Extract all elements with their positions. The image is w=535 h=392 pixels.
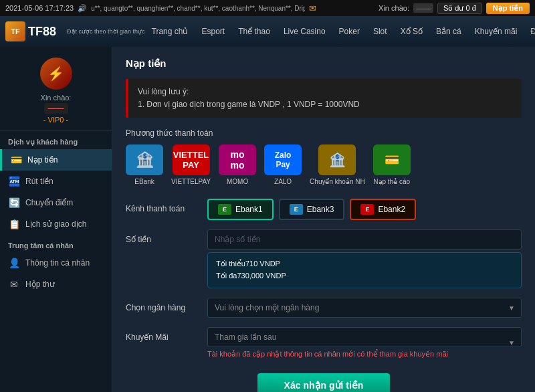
top-bar: 2021-05-06 17:17:23 🔊 u**, quangto**, qu… xyxy=(0,0,535,16)
sidebar-item-lich-su[interactable]: 📋 Lịch sử giao dịch xyxy=(0,213,112,235)
khuyen-mai-wrap: Tham gia lần sau ▼ Tài khoản đã cập nhật… xyxy=(207,327,522,359)
xin-chao-topbar-value: —— xyxy=(413,3,433,13)
so-du-button[interactable]: Số dư 0 đ xyxy=(437,3,482,14)
chon-ngan-hang-row: Chọn ngân hàng Vui lòng chọn một ngân hà… xyxy=(126,298,522,318)
ebank-icon: 🏦 xyxy=(126,144,163,175)
sidebar-item-nap-tien[interactable]: 💳 Nạp tiền xyxy=(0,149,112,171)
so-tien-label: Số tiền xyxy=(126,229,199,244)
so-tien-input-wrap: Tối thiểu710 VNDP Tối đa730,000 VNDP xyxy=(207,229,522,288)
sidebar-hop-thu-label: Hộp thư xyxy=(25,280,55,289)
main-nav: Trang chủ Esport Thể thao Live Casino Po… xyxy=(145,16,535,47)
payment-ebank[interactable]: 🏦 EBank xyxy=(126,144,163,185)
nap-tien-top-button[interactable]: Nạp tiền xyxy=(486,3,530,14)
khuyen-mai-row: Khuyến Mãi Tham gia lần sau ▼ Tài khoản … xyxy=(126,327,522,359)
sidebar-user: ⚡ Xin chào: —— - VIP0 - xyxy=(0,47,112,131)
kenh-thanh-toan-row: Kênh thanh toán E Ebank1 E Ebank3 E Eban… xyxy=(126,199,522,220)
nav-dai-ly[interactable]: Đại lý xyxy=(524,16,535,47)
nav-khuyen-mai[interactable]: Khuyến mãi xyxy=(468,16,524,47)
khuyen-mai-note: Tài khoản đã cập nhật thông tin cá nhân … xyxy=(207,350,522,359)
main-layout: ⚡ Xin chào: —— - VIP0 - Dịch vụ khách hà… xyxy=(0,47,535,392)
notice-box: Vui lòng lưu ý: 1. Đơn vị giao dịch tron… xyxy=(126,79,522,118)
nap-tien-icon: 💳 xyxy=(10,155,22,165)
thong-tin-icon: 👤 xyxy=(8,258,20,268)
sidebar-thong-tin-label: Thông tin cá nhân xyxy=(25,258,90,268)
sidebar-item-rut-tien[interactable]: 🏧 Rút tiền xyxy=(0,171,112,192)
submit-button[interactable]: Xác nhận gửi tiền xyxy=(257,373,391,392)
sidebar-xin-chao-label: Xin chào: xyxy=(41,94,72,102)
avatar: ⚡ xyxy=(40,58,72,90)
ebank1-icon: E xyxy=(218,204,231,215)
channel-ebank1-button[interactable]: E Ebank1 xyxy=(207,199,274,220)
sidebar-item-hop-thu[interactable]: ✉ Hộp thư xyxy=(0,274,112,295)
card-icon: 💳 xyxy=(373,144,411,175)
payment-momo[interactable]: momo MOMO xyxy=(219,144,256,185)
payment-card[interactable]: 💳 Nạp thẻ cào xyxy=(373,144,411,185)
page-title: Nạp tiền xyxy=(126,58,522,70)
payment-bank[interactable]: 🏦 Chuyển khoản NH xyxy=(310,144,365,185)
ebank1-label: Ebank1 xyxy=(235,205,263,214)
amount-tooltip: Tối thiểu710 VNDP Tối đa730,000 VNDP xyxy=(207,252,522,288)
channel-buttons: E Ebank1 E Ebank3 E Ebank2 xyxy=(207,199,416,220)
momo-label: MOMO xyxy=(227,178,248,185)
avatar-icon: ⚡ xyxy=(47,66,64,82)
nav-xo-so[interactable]: Xổ Số xyxy=(394,16,429,47)
zalo-label: ZALO xyxy=(274,178,292,185)
tooltip-min: Tối thiểu710 VNDP xyxy=(216,258,513,270)
nav-slot[interactable]: Slot xyxy=(366,16,394,47)
tooltip-max: Tối đa730,000 VNDP xyxy=(216,270,513,282)
hop-thu-icon: ✉ xyxy=(8,279,20,290)
ticker-text: u**, quangto**, quanghien**, chand**, ku… xyxy=(91,5,305,12)
notice-title: Vui lòng lưu ý: xyxy=(138,86,512,98)
chon-ngan-hang-select[interactable]: Vui lòng chọn một ngân hàng xyxy=(207,298,522,318)
viettelpay-label: VIETTELPAY xyxy=(171,178,211,185)
sidebar-item-thong-tin[interactable]: 👤 Thông tin cá nhân xyxy=(0,252,112,274)
rut-tien-icon: 🏧 xyxy=(8,176,20,187)
sidebar-nap-tien-label: Nạp tiền xyxy=(27,155,58,165)
payment-methods-list: 🏦 EBank VIETTELPAY VIETTELPAY momo MOMO … xyxy=(126,144,522,185)
sidebar-lich-su-label: Lịch sử giao dịch xyxy=(25,219,86,229)
tagline: Đặt cược theo thời gian thực xyxy=(67,28,145,35)
channel-ebank2-button[interactable]: E Ebank2 xyxy=(350,199,416,220)
volume-icon[interactable]: 🔊 xyxy=(78,4,87,13)
payment-zalo[interactable]: ZaloPay ZALO xyxy=(264,144,302,185)
lich-su-icon: 📋 xyxy=(8,219,20,229)
zalo-icon: ZaloPay xyxy=(264,144,302,175)
ebank2-icon: E xyxy=(360,204,374,215)
nav-trang-chu[interactable]: Trang chủ xyxy=(145,16,195,47)
viettelpay-icon: VIETTELPAY xyxy=(173,144,210,175)
sidebar-section-service-title: Dịch vụ khách hàng xyxy=(0,131,112,149)
sidebar-vip-badge: - VIP0 - xyxy=(43,116,68,124)
nav-the-thao[interactable]: Thể thao xyxy=(231,16,277,47)
kenh-label: Kênh thanh toán xyxy=(126,199,199,213)
channel-ebank3-button[interactable]: E Ebank3 xyxy=(279,199,345,220)
nav-ban-ca[interactable]: Bắn cá xyxy=(429,16,468,47)
payment-viettelpay[interactable]: VIETTELPAY VIETTELPAY xyxy=(171,144,211,185)
nav-live-casino[interactable]: Live Casino xyxy=(277,16,332,47)
notice-line-1: 1. Đơn vị giao dịch trong game là VNDP ,… xyxy=(138,98,512,111)
sidebar-chuyen-diem-label: Chuyển điểm xyxy=(25,198,73,207)
logo: TF TF88 xyxy=(5,21,56,41)
so-tien-input[interactable] xyxy=(207,229,522,250)
submit-row: Xác nhận gửi tiền xyxy=(126,368,522,392)
sidebar-section-personal-title: Trung tâm cá nhân xyxy=(0,235,112,252)
bank-icon: 🏦 xyxy=(318,144,356,175)
khuyen-mai-select[interactable]: Tham gia lần sau xyxy=(207,327,522,347)
email-icon[interactable]: ✉ xyxy=(309,3,316,13)
logo-text: TF88 xyxy=(28,25,56,39)
datetime: 2021-05-06 17:17:23 xyxy=(5,4,74,12)
sidebar-item-chuyen-diem[interactable]: 🔄 Chuyển điểm xyxy=(0,192,112,213)
chuyen-diem-icon: 🔄 xyxy=(8,197,20,208)
so-tien-row: Số tiền Tối thiểu710 VNDP Tối đa730,000 … xyxy=(126,229,522,288)
ebank3-icon: E xyxy=(290,204,303,215)
bank-label: Chuyển khoản NH xyxy=(310,178,365,185)
chon-ngan-hang-label: Chọn ngân hàng xyxy=(126,298,199,312)
content-area: Nạp tiền Vui lòng lưu ý: 1. Đơn vị giao … xyxy=(112,47,535,392)
nav-esport[interactable]: Esport xyxy=(195,16,231,47)
nav-poker[interactable]: Poker xyxy=(332,16,366,47)
card-label: Nạp thẻ cào xyxy=(373,178,410,185)
ebank-label: EBank xyxy=(134,178,154,185)
xin-chao-topbar-label: Xin chào: xyxy=(379,4,409,12)
header: TF TF88 Đặt cược theo thời gian thực Tra… xyxy=(0,16,535,47)
sidebar: ⚡ Xin chào: —— - VIP0 - Dịch vụ khách hà… xyxy=(0,47,112,392)
sidebar-username: —— xyxy=(44,103,68,114)
